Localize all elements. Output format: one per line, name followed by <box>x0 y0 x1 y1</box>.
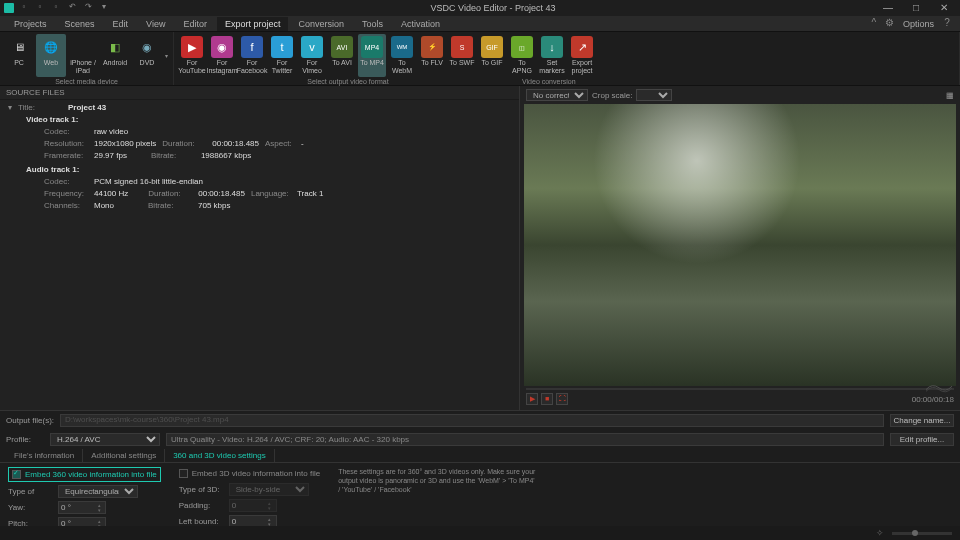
menu-tools[interactable]: Tools <box>354 17 391 31</box>
yaw-input[interactable]: 0 °▴▾ <box>58 501 106 514</box>
device-pc-button[interactable]: 🖥PC <box>4 34 34 77</box>
format-avi-button[interactable]: AVITo AVI <box>328 34 356 77</box>
stop-button[interactable]: ■ <box>541 393 553 405</box>
embed-360-label: Embed 360 video information into file <box>25 470 157 479</box>
profile-select[interactable]: H.264 / AVC <box>50 433 160 446</box>
set-markers-button[interactable]: ↓Set markers <box>538 34 566 77</box>
video-track-header: Video track 1: <box>26 114 511 126</box>
export-project-button[interactable]: ↗Export project <box>568 34 596 77</box>
format-mp4-button[interactable]: MP4To MP4 <box>358 34 386 77</box>
play-button[interactable]: ▶ <box>526 393 538 405</box>
menu-export[interactable]: Export project <box>217 17 289 31</box>
media-group-caption: Select media device <box>4 77 169 86</box>
format-instagram-button[interactable]: ◉For Instagram <box>208 34 236 77</box>
crop-scale-select[interactable] <box>636 89 672 101</box>
preview-image <box>524 104 956 386</box>
tab-360-3d[interactable]: 360 and 3D video settings <box>165 449 275 462</box>
settings-description: These settings are for 360° and 3D video… <box>338 467 538 494</box>
collapse-ribbon-icon[interactable]: ^ <box>867 17 881 31</box>
media-dropdown-icon[interactable]: ▾ <box>165 52 169 59</box>
tab-additional[interactable]: Additional settings <box>83 449 165 462</box>
format-gif-button[interactable]: GIFTo GIF <box>478 34 506 77</box>
zoom-slider[interactable] <box>892 532 952 535</box>
format-flv-button[interactable]: ⚡To FLV <box>418 34 446 77</box>
menu-scenes[interactable]: Scenes <box>57 17 103 31</box>
embed-360-highlight: Embed 360 video information into file <box>8 467 161 482</box>
qat-undo-icon[interactable]: ↶ <box>66 2 78 14</box>
device-web-button[interactable]: 🌐Web <box>36 34 66 77</box>
source-files-header: SOURCE FILES <box>0 86 519 100</box>
qat-open-icon[interactable]: ▫ <box>34 2 46 14</box>
window-title: VSDC Video Editor - Project 43 <box>110 3 876 13</box>
preview-time: 00:00/00:18 <box>912 395 954 404</box>
device-dvd-button[interactable]: ◉DVD <box>132 34 162 77</box>
embed-3d-checkbox[interactable] <box>179 469 188 478</box>
menubar: Projects Scenes Edit View Editor Export … <box>0 16 960 32</box>
device-android-button[interactable]: ◧Android <box>100 34 130 77</box>
wave-decoration-icon <box>926 380 952 394</box>
preview-viewport[interactable] <box>524 104 956 386</box>
statusbar: ✧ <box>0 526 960 540</box>
format-apng-button[interactable]: ◫To APNG <box>508 34 536 77</box>
minimize-button[interactable]: — <box>876 1 900 15</box>
options-gear-icon[interactable]: ⚙ <box>883 17 897 31</box>
qat-dropdown-icon[interactable]: ▾ <box>98 2 110 14</box>
menu-edit[interactable]: Edit <box>105 17 137 31</box>
audio-track-header: Audio track 1: <box>26 164 511 176</box>
format-facebook-button[interactable]: fFor Facebook <box>238 34 266 77</box>
device-iphone-button[interactable]: iPhone / iPad <box>68 34 98 77</box>
qat-redo-icon[interactable]: ↷ <box>82 2 94 14</box>
menu-activation[interactable]: Activation <box>393 17 448 31</box>
fullscreen-button[interactable]: ⛶ <box>556 393 568 405</box>
menu-view[interactable]: View <box>138 17 173 31</box>
output-file-input[interactable]: D:\workspaces\mk-course\360\Project 43.m… <box>60 414 884 427</box>
help-icon[interactable]: ? <box>940 17 954 31</box>
padding-input[interactable]: 0▴▾ <box>229 499 277 512</box>
source-files-panel: SOURCE FILES ▾Title:Project 43 Video tra… <box>0 86 520 410</box>
preview-panel: No correction Crop scale: ▦ ▶ ■ ⛶ 00:00/… <box>520 86 960 410</box>
type-of-select[interactable]: Equirectangular <box>58 485 138 498</box>
crop-label: Crop scale: <box>592 91 632 100</box>
change-name-button[interactable]: Change name... <box>890 414 954 427</box>
format-youtube-button[interactable]: ▶For YouTube <box>178 34 206 77</box>
preview-grid-icon[interactable]: ▦ <box>946 91 954 100</box>
embed-360-checkbox[interactable] <box>12 470 21 479</box>
format-webm-button[interactable]: WMTo WebM <box>388 34 416 77</box>
titlebar: ▫ ▫ ▫ ↶ ↷ ▾ VSDC Video Editor - Project … <box>0 0 960 16</box>
qat-save-icon[interactable]: ▫ <box>50 2 62 14</box>
close-button[interactable]: ✕ <box>932 1 956 15</box>
format-swf-button[interactable]: STo SWF <box>448 34 476 77</box>
ribbon: 🖥PC 🌐Web iPhone / iPad ◧Android ◉DVD ▾ S… <box>0 32 960 86</box>
profile-description: Ultra Quality - Video: H.264 / AVC; CRF:… <box>166 433 884 446</box>
output-file-label: Output file(s): <box>6 416 54 425</box>
menu-projects[interactable]: Projects <box>6 17 55 31</box>
edit-profile-button[interactable]: Edit profile... <box>890 433 954 446</box>
menu-conversion[interactable]: Conversion <box>290 17 352 31</box>
embed-3d-label: Embed 3D video information into file <box>192 469 321 478</box>
tab-file-info[interactable]: File's information <box>6 449 83 462</box>
zoom-fit-icon[interactable]: ✧ <box>876 528 886 538</box>
conv-group-caption: Video conversion <box>518 77 955 86</box>
menu-editor[interactable]: Editor <box>175 17 215 31</box>
format-vimeo-button[interactable]: vFor Vimeo <box>298 34 326 77</box>
type-3d-select[interactable]: Side-by-side <box>229 483 309 496</box>
format-twitter-button[interactable]: tFor Twitter <box>268 34 296 77</box>
format-group-caption: Select output video format <box>178 77 518 86</box>
correction-select[interactable]: No correction <box>526 89 588 101</box>
qat-new-icon[interactable]: ▫ <box>18 2 30 14</box>
app-icon <box>4 3 14 13</box>
maximize-button[interactable]: □ <box>904 1 928 15</box>
options-label[interactable]: Options <box>899 17 938 31</box>
profile-label: Profile: <box>6 435 44 444</box>
